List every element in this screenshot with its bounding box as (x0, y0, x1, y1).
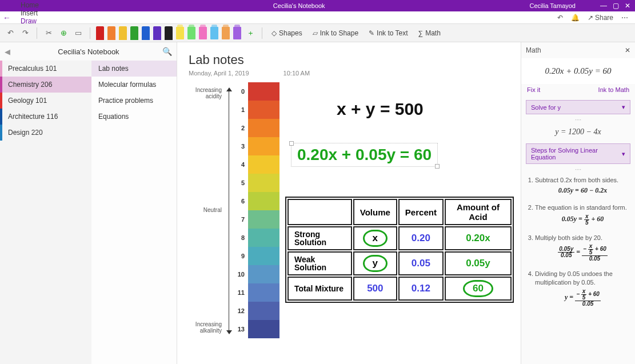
solve-dropdown[interactable]: Solve for y▾ (526, 100, 630, 114)
ph-color-block (248, 137, 279, 155)
section-item[interactable]: Architecture 116 (0, 109, 91, 125)
cell-total-vol: 500 (353, 277, 397, 301)
page-item[interactable]: Molecular formulas (91, 77, 177, 93)
pen-black[interactable] (165, 26, 173, 40)
share-button[interactable]: ↗ Share (588, 14, 613, 22)
page-item[interactable]: Equations (91, 109, 177, 125)
math-step: Dividing by 0.05 undoes the multiplicati… (535, 270, 630, 307)
ph-scale: Increasing acidity Neutral Increasing al… (189, 82, 279, 358)
cell-weak-amt: 0.05y (445, 251, 512, 275)
section-item[interactable]: Design 220 (0, 125, 91, 141)
cell-weak-vol: y (363, 255, 388, 272)
section-item[interactable]: Geology 101 (0, 93, 91, 109)
undo-icon[interactable]: ↶ (557, 14, 563, 22)
hl-blue[interactable] (210, 27, 218, 39)
math-pane-title: Math (526, 46, 541, 54)
cell-strong-amt: 0.20x (445, 226, 512, 250)
minimize-icon[interactable]: ― (600, 2, 607, 10)
ph-color-block (248, 210, 279, 229)
row-total-label: Total Mixture (287, 277, 352, 301)
ph-color-block (248, 174, 279, 192)
eraser-icon[interactable]: ▭ (73, 27, 84, 39)
ph-top-label: Increasing acidity (189, 87, 222, 99)
pen-green[interactable] (130, 26, 138, 40)
notification-icon[interactable]: 🔔 (571, 14, 580, 22)
math-step: Subtract 0.2x from both sides.0.05y = 60… (535, 176, 630, 195)
ph-number: 8 (235, 234, 245, 241)
ink-area[interactable]: x + y = 500 0.20x + 0.05y = 60 Volume Pe… (285, 82, 514, 358)
maximize-icon[interactable]: ▢ (613, 2, 619, 10)
page-date: Monday, April 1, 2019 (189, 70, 249, 77)
math-equation: 0.20x + 0.05y = 60 (521, 58, 635, 84)
ph-color-block (248, 82, 279, 101)
add-pen-icon[interactable]: ⊕ (58, 27, 69, 39)
shapes-button[interactable]: ◇ Shapes (268, 28, 306, 38)
close-icon[interactable]: ✕ (625, 2, 630, 10)
hl-pink[interactable] (199, 27, 207, 39)
titlebar: Cecilia's Notebook Cecilia Tamayod ― ▢ ✕ (0, 0, 635, 11)
ph-mid-label: Neutral (203, 207, 222, 213)
add-tool-icon[interactable]: ＋ (245, 27, 256, 39)
page-list: Lab notesMolecular formulasPractice prob… (91, 61, 177, 364)
hl-green[interactable] (187, 27, 195, 39)
more-icon[interactable]: ⋯ (621, 14, 628, 22)
pen-yellow[interactable] (119, 26, 127, 40)
ph-number: 13 (235, 326, 245, 333)
pen-purple[interactable] (153, 26, 161, 40)
equation-2-selected[interactable]: 0.20x + 0.05y = 60 (291, 143, 438, 167)
close-pane-icon[interactable]: ✕ (625, 46, 630, 54)
ph-bottom-label: Increasing alkalinity (189, 321, 222, 334)
col-amount: Amount of Acid (445, 199, 512, 225)
user-name: Cecilia Tamayod (529, 2, 576, 9)
steps-dropdown[interactable]: Steps for Solving Linear Equation▾ (526, 143, 630, 164)
ph-number: 5 (235, 179, 245, 186)
cell-strong-vol: x (363, 230, 388, 247)
math-steps: Subtract 0.2x from both sides.0.05y = 60… (521, 173, 635, 318)
hl-orange[interactable] (222, 27, 230, 39)
collapse-icon[interactable]: ◀ (5, 47, 15, 56)
ph-number: 11 (235, 289, 245, 296)
hl-purple[interactable] (233, 27, 241, 39)
ribbon-tabs: ← HomeInsertDrawView ↶ 🔔 ↗ Share ⋯ (0, 11, 635, 24)
fix-it-link[interactable]: Fix it (527, 86, 540, 93)
ph-number: 9 (235, 253, 245, 259)
mixture-table[interactable]: Volume Percent Amount of Acid Strong Sol… (285, 197, 514, 303)
ph-number: 12 (235, 307, 245, 314)
ph-arrow (226, 88, 232, 334)
tab-insert[interactable]: Insert (14, 9, 46, 17)
back-button[interactable]: ← (0, 13, 14, 22)
search-icon[interactable]: 🔍 (162, 47, 172, 56)
math-pane: Math ✕ 0.20x + 0.05y = 60 Fix it Ink to … (521, 42, 635, 364)
pen-blue[interactable] (142, 26, 150, 40)
equation-1[interactable]: x + y = 500 (337, 99, 424, 119)
redo-icon[interactable]: ↷ (19, 27, 31, 39)
page-item[interactable]: Practice problems (91, 93, 177, 109)
ink-to-math-link[interactable]: Ink to Math (598, 86, 629, 93)
page-title[interactable]: Lab notes (189, 53, 514, 67)
section-item[interactable]: Chemistry 206 (0, 77, 91, 93)
math-step: The equation is in standard form.0.05y =… (535, 203, 630, 225)
page-canvas[interactable]: Lab notes Monday, April 1, 2019 10:10 AM… (177, 42, 521, 364)
pen-red[interactable] (96, 26, 104, 40)
pen-orange[interactable] (107, 26, 115, 40)
ph-color-block (248, 155, 279, 174)
section-item[interactable]: Precalculus 101 (0, 61, 91, 77)
undo-icon[interactable]: ↶ (5, 27, 16, 39)
lasso-icon[interactable]: ✂ (43, 27, 54, 39)
cell-weak-pct: 0.05 (398, 251, 444, 275)
math-button[interactable]: ∑ Math (415, 28, 444, 38)
main: ◀ Cecilia's Notebook 🔍 Precalculus 101Ch… (0, 42, 635, 364)
row-weak-label: Weak Solution (287, 251, 352, 275)
page-item[interactable]: Lab notes (91, 61, 177, 77)
sidebar-heading: Cecilia's Notebook (15, 47, 162, 56)
ink-to-text-button[interactable]: ✎ Ink to Text (365, 28, 411, 38)
ph-color-block (248, 302, 279, 320)
sidebar: ◀ Cecilia's Notebook 🔍 Precalculus 101Ch… (0, 42, 177, 364)
ph-number: 7 (235, 216, 245, 223)
tab-home[interactable]: Home (14, 1, 46, 9)
hl-yellow[interactable] (176, 27, 184, 39)
ph-color-block (248, 283, 279, 302)
ph-number: 6 (235, 198, 245, 205)
ph-color-block (248, 101, 279, 119)
ink-to-shape-button[interactable]: ▱ Ink to Shape (309, 28, 362, 38)
